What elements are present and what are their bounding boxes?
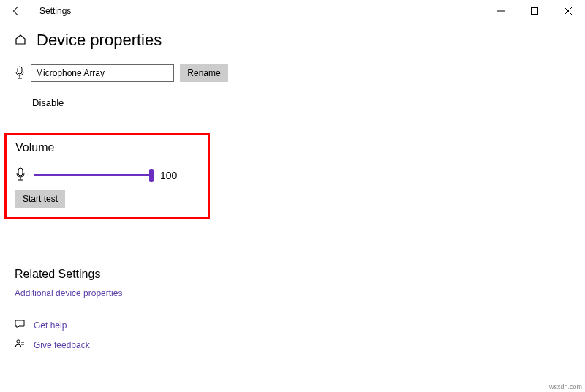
start-test-button[interactable]: Start test <box>15 190 65 208</box>
home-icon[interactable] <box>15 34 26 48</box>
page-title: Device properties <box>37 31 162 50</box>
microphone-icon <box>15 167 26 183</box>
maximize-button[interactable] <box>518 0 551 22</box>
device-name-row: Rename <box>0 63 585 88</box>
chat-icon <box>15 319 25 331</box>
related-settings-heading: Related Settings <box>15 268 570 281</box>
get-help-link[interactable]: Get help <box>34 320 67 331</box>
page-heading-row: Device properties <box>0 22 585 63</box>
volume-heading: Volume <box>15 141 199 154</box>
volume-section: Volume 100 Start test <box>4 133 210 219</box>
give-feedback-row: Give feedback <box>15 339 570 351</box>
volume-slider-thumb[interactable] <box>149 169 154 182</box>
close-button[interactable] <box>551 0 585 22</box>
disable-label: Disable <box>32 97 64 108</box>
related-settings-section: Related Settings Additional device prope… <box>0 219 585 298</box>
svg-rect-7 <box>18 168 23 176</box>
volume-slider[interactable] <box>34 174 151 176</box>
disable-checkbox[interactable] <box>15 97 26 108</box>
volume-slider-row: 100 <box>15 167 199 183</box>
watermark: wsxdn.com <box>549 383 582 391</box>
titlebar: Settings <box>0 0 585 22</box>
get-help-row: Get help <box>15 319 570 331</box>
microphone-icon <box>15 66 25 81</box>
additional-device-properties-link[interactable]: Additional device properties <box>15 288 570 298</box>
volume-value: 100 <box>160 170 177 181</box>
svg-point-10 <box>17 340 20 343</box>
help-section: Get help Give feedback <box>0 298 585 351</box>
rename-button[interactable]: Rename <box>180 64 228 82</box>
window-title: Settings <box>39 6 71 16</box>
feedback-icon <box>15 339 25 351</box>
give-feedback-link[interactable]: Give feedback <box>34 340 90 350</box>
back-button[interactable] <box>9 4 23 18</box>
svg-rect-1 <box>532 8 538 15</box>
disable-row: Disable <box>0 88 585 108</box>
device-name-input[interactable] <box>31 64 174 82</box>
window-controls <box>484 0 585 22</box>
minimize-button[interactable] <box>484 0 518 22</box>
svg-rect-4 <box>18 67 22 74</box>
